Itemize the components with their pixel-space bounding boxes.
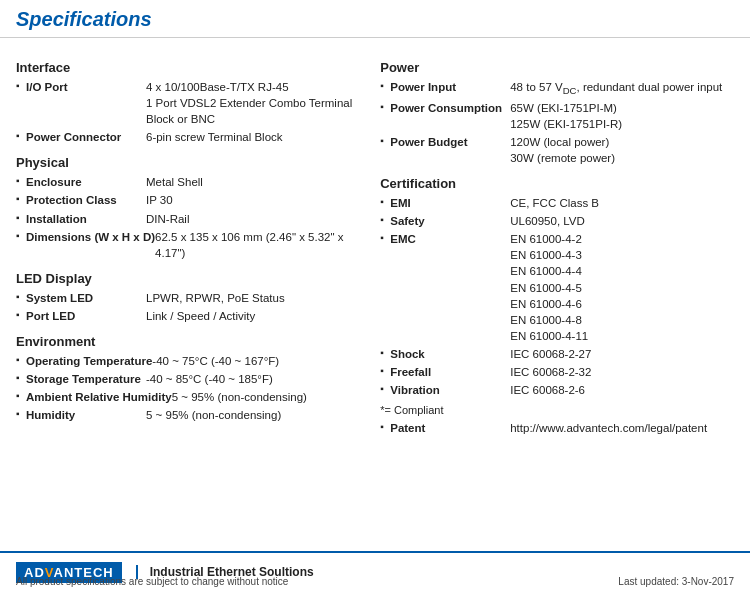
section-led: LED Display [16,271,360,286]
label-storage-temp: Storage Temperature [16,371,146,387]
label-io-port: I/O Port [16,79,146,127]
label-power-input: Power Input [380,79,510,98]
label-vibration: Vibration [380,382,510,398]
row-emc: EMC EN 61000-4-2 EN 61000-4-3 EN 61000-4… [380,231,734,344]
value-power-input: 48 to 57 VDC, redundant dual power input [510,79,734,98]
footer: ADVANTECH Industrial Ethernet Soultions … [0,551,750,591]
row-system-led: System LED LPWR, RPWR, PoE Status [16,290,360,306]
footer-date: Last updated: 3-Nov-2017 [618,576,734,587]
compliant-note: *= Compliant [380,404,734,416]
label-protection-class: Protection Class [16,192,146,208]
value-storage-temp: -40 ~ 85°C (-40 ~ 185°F) [146,371,360,387]
value-port-led: Link / Speed / Activity [146,308,360,324]
row-op-temp: Operating Temperature -40 ~ 75°C (-40 ~ … [16,353,360,369]
value-protection-class: IP 30 [146,192,360,208]
footer-notice: All product specifications are subject t… [16,576,288,587]
page-title: Specifications [0,0,750,38]
row-emi: EMI CE, FCC Class B [380,195,734,211]
value-vibration: IEC 60068-2-6 [510,382,734,398]
label-power-connector: Power Connector [16,129,146,145]
left-column: Interface I/O Port 4 x 10/100Base-T/TX R… [16,50,370,438]
row-power-consumption: Power Consumption 65W (EKI-1751PI-M) 125… [380,100,734,132]
label-patent: Patent [380,420,510,436]
label-humidity: Humidity [16,407,146,423]
row-io-port: I/O Port 4 x 10/100Base-T/TX RJ-45 1 Por… [16,79,360,127]
row-port-led: Port LED Link / Speed / Activity [16,308,360,324]
label-system-led: System LED [16,290,146,306]
value-enclosure: Metal Shell [146,174,360,190]
label-power-budget: Power Budget [380,134,510,166]
row-installation: Installation DIN-Rail [16,211,360,227]
row-ambient-humidity: Ambient Relative Humidity 5 ~ 95% (non-c… [16,389,360,405]
value-shock: IEC 60068-2-27 [510,346,734,362]
label-power-consumption: Power Consumption [380,100,510,132]
value-patent: http://www.advantech.com/legal/patent [510,420,734,436]
label-dimensions: Dimensions (W x H x D) [16,229,155,261]
section-environment: Environment [16,334,360,349]
row-humidity: Humidity 5 ~ 95% (non-condensing) [16,407,360,423]
label-installation: Installation [16,211,146,227]
section-power: Power [380,60,734,75]
section-interface: Interface [16,60,360,75]
value-dimensions: 62.5 x 135 x 106 mm (2.46" x 5.32" x 4.1… [155,229,360,261]
section-certification: Certification [380,176,734,191]
row-patent: Patent http://www.advantech.com/legal/pa… [380,420,734,436]
row-storage-temp: Storage Temperature -40 ~ 85°C (-40 ~ 18… [16,371,360,387]
row-dimensions: Dimensions (W x H x D) 62.5 x 135 x 106 … [16,229,360,261]
value-system-led: LPWR, RPWR, PoE Status [146,290,360,306]
label-ambient-humidity: Ambient Relative Humidity [16,389,172,405]
value-io-port: 4 x 10/100Base-T/TX RJ-45 1 Port VDSL2 E… [146,79,360,127]
value-emc: EN 61000-4-2 EN 61000-4-3 EN 61000-4-4 E… [510,231,734,344]
label-port-led: Port LED [16,308,146,324]
row-shock: Shock IEC 60068-2-27 [380,346,734,362]
label-emi: EMI [380,195,510,211]
value-humidity: 5 ~ 95% (non-condensing) [146,407,360,423]
row-power-connector: Power Connector 6-pin screw Terminal Blo… [16,129,360,145]
row-freefall: Freefall IEC 60068-2-32 [380,364,734,380]
section-physical: Physical [16,155,360,170]
label-enclosure: Enclosure [16,174,146,190]
row-protection-class: Protection Class IP 30 [16,192,360,208]
value-safety: UL60950, LVD [510,213,734,229]
label-safety: Safety [380,213,510,229]
label-emc: EMC [380,231,510,344]
value-power-consumption: 65W (EKI-1751PI-M) 125W (EKI-1751PI-R) [510,100,734,132]
row-safety: Safety UL60950, LVD [380,213,734,229]
value-power-connector: 6-pin screw Terminal Block [146,129,360,145]
row-enclosure: Enclosure Metal Shell [16,174,360,190]
row-power-budget: Power Budget 120W (local power) 30W (rem… [380,134,734,166]
row-vibration: Vibration IEC 60068-2-6 [380,382,734,398]
value-freefall: IEC 60068-2-32 [510,364,734,380]
value-ambient-humidity: 5 ~ 95% (non-condensing) [172,389,361,405]
value-installation: DIN-Rail [146,211,360,227]
value-op-temp: -40 ~ 75°C (-40 ~ 167°F) [152,353,360,369]
label-op-temp: Operating Temperature [16,353,152,369]
label-shock: Shock [380,346,510,362]
row-power-input: Power Input 48 to 57 VDC, redundant dual… [380,79,734,98]
value-power-budget: 120W (local power) 30W (remote power) [510,134,734,166]
label-freefall: Freefall [380,364,510,380]
right-column: Power Power Input 48 to 57 VDC, redundan… [370,50,734,438]
value-emi: CE, FCC Class B [510,195,734,211]
